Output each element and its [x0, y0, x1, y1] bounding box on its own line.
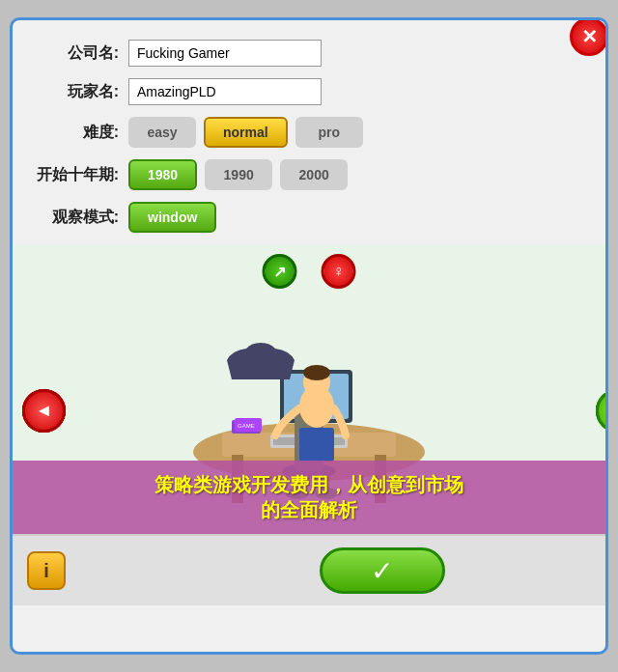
banner-line2: 的全面解析	[32, 497, 586, 522]
company-input[interactable]	[128, 40, 322, 67]
close-button[interactable]: ✕	[570, 17, 608, 56]
difficulty-label: 难度:	[32, 123, 119, 143]
difficulty-pro-button[interactable]: pro	[295, 117, 363, 148]
left-arrow-4[interactable]: ◄	[22, 389, 66, 433]
right-arrow-4[interactable]: ►	[596, 389, 605, 433]
decade-label: 开始十年期:	[32, 165, 119, 185]
svg-point-17	[303, 365, 330, 380]
player-label: 玩家名:	[32, 82, 119, 102]
observe-label: 观察模式:	[32, 208, 119, 228]
info-button[interactable]: i	[27, 551, 66, 590]
observe-group: window	[128, 202, 216, 233]
settings-dialog: ✕ 公司名: 玩家名: 难度: easy normal pro 开始十年期: 1	[10, 17, 608, 655]
difficulty-row: 难度: easy normal pro	[32, 117, 586, 148]
decade-1990-button[interactable]: 1990	[205, 159, 272, 190]
player-row: 玩家名:	[32, 78, 586, 105]
decade-group: 1980 1990 2000	[128, 159, 348, 190]
form-section: 公司名: 玩家名: 难度: easy normal pro 开始十年期: 198…	[32, 40, 586, 233]
company-label: 公司名:	[32, 43, 119, 64]
info-icon: i	[43, 560, 49, 582]
svg-text:GAME: GAME	[238, 423, 255, 429]
close-icon: ✕	[581, 25, 598, 48]
company-row: 公司名:	[32, 40, 586, 67]
game-scene: ↗ ♀ ◄ ◄ ◄ ◄ ► ► ► ►	[13, 244, 605, 534]
banner-line1: 策略类游戏开发费用，从创意到市场	[32, 472, 586, 497]
difficulty-group: easy normal pro	[128, 117, 363, 148]
confirm-button[interactable]: ✓	[320, 547, 445, 594]
difficulty-normal-button[interactable]: normal	[204, 117, 288, 148]
observe-window-button[interactable]: window	[128, 202, 216, 233]
difficulty-easy-button[interactable]: easy	[128, 117, 196, 148]
observe-row: 观察模式: window	[32, 202, 586, 233]
banner: 策略类游戏开发费用，从创意到市场 的全面解析	[13, 461, 605, 534]
player-input[interactable]	[128, 78, 322, 105]
decade-1980-button[interactable]: 1980	[128, 159, 197, 190]
footer: i ✓	[13, 534, 605, 605]
decade-row: 开始十年期: 1980 1990 2000	[32, 159, 586, 190]
svg-rect-20	[299, 428, 334, 462]
confirm-icon: ✓	[371, 555, 393, 587]
decade-2000-button[interactable]: 2000	[280, 159, 348, 190]
